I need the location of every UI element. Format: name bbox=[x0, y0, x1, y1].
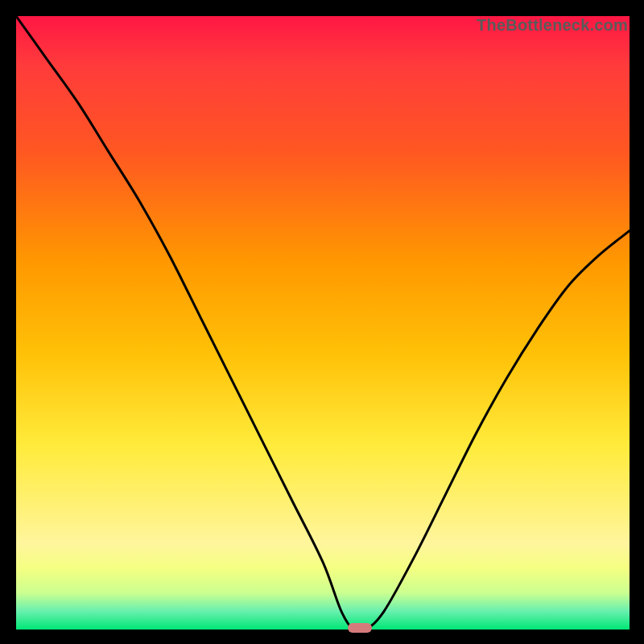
chart-frame: TheBottleneck.com bbox=[0, 0, 644, 644]
plot-area: TheBottleneck.com bbox=[16, 16, 630, 630]
optimal-marker bbox=[348, 623, 372, 633]
watermark-text: TheBottleneck.com bbox=[477, 16, 628, 35]
bottleneck-curve bbox=[16, 16, 630, 630]
